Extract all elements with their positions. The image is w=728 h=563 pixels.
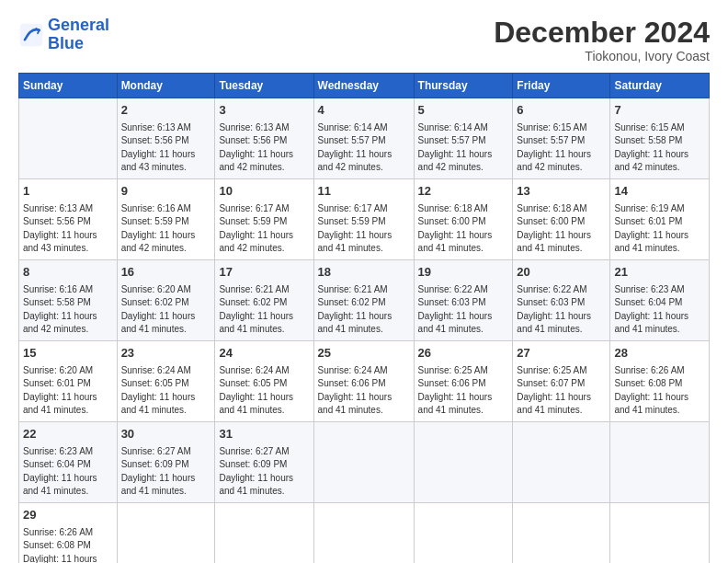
calendar-cell: 17 Sunrise: 6:21 AMSunset: 6:02 PMDaylig… xyxy=(215,260,313,341)
day-number: 6 xyxy=(517,102,606,119)
calendar-cell xyxy=(513,422,610,503)
calendar-week-row: 1 Sunrise: 6:13 AMSunset: 5:56 PMDayligh… xyxy=(19,179,710,260)
page: General Blue December 2024 Tiokonou, Ivo… xyxy=(0,0,728,563)
day-number: 11 xyxy=(318,183,410,200)
day-number: 14 xyxy=(614,183,705,200)
day-number: 12 xyxy=(418,183,509,200)
calendar-cell xyxy=(313,422,414,503)
day-number: 1 xyxy=(23,183,113,200)
day-info: Sunrise: 6:17 AMSunset: 5:59 PMDaylight:… xyxy=(219,203,293,254)
calendar-week-row: 2 Sunrise: 6:13 AMSunset: 5:56 PMDayligh… xyxy=(19,98,710,179)
day-info: Sunrise: 6:19 AMSunset: 6:01 PMDaylight:… xyxy=(614,203,688,254)
day-number: 9 xyxy=(121,183,211,200)
calendar-cell xyxy=(215,503,313,563)
day-number: 15 xyxy=(23,345,113,362)
calendar-cell: 3 Sunrise: 6:13 AMSunset: 5:56 PMDayligh… xyxy=(215,98,313,179)
day-info: Sunrise: 6:15 AMSunset: 5:57 PMDaylight:… xyxy=(517,122,591,173)
calendar-cell: 13 Sunrise: 6:18 AMSunset: 6:00 PMDaylig… xyxy=(513,179,610,260)
day-info: Sunrise: 6:27 AMSunset: 6:09 PMDaylight:… xyxy=(219,446,293,497)
calendar-cell xyxy=(414,422,513,503)
calendar-cell: 1 Sunrise: 6:13 AMSunset: 5:56 PMDayligh… xyxy=(19,179,118,260)
calendar-cell: 10 Sunrise: 6:17 AMSunset: 5:59 PMDaylig… xyxy=(215,179,313,260)
day-info: Sunrise: 6:26 AMSunset: 6:08 PMDaylight:… xyxy=(614,365,688,416)
calendar-cell xyxy=(414,503,513,563)
calendar-cell: 4 Sunrise: 6:14 AMSunset: 5:57 PMDayligh… xyxy=(313,98,414,179)
day-number: 29 xyxy=(23,507,113,523)
day-info: Sunrise: 6:24 AMSunset: 6:05 PMDaylight:… xyxy=(121,365,196,416)
day-number: 8 xyxy=(23,264,113,281)
calendar-cell xyxy=(610,422,710,503)
calendar-cell xyxy=(117,503,215,563)
header-thursday: Thursday xyxy=(414,74,513,98)
day-info: Sunrise: 6:14 AMSunset: 5:57 PMDaylight:… xyxy=(418,122,493,173)
day-number: 3 xyxy=(219,102,309,119)
calendar-cell: 27 Sunrise: 6:25 AMSunset: 6:07 PMDaylig… xyxy=(513,341,610,422)
day-number: 2 xyxy=(121,102,211,119)
calendar-cell xyxy=(19,98,118,179)
calendar-cell: 16 Sunrise: 6:20 AMSunset: 6:02 PMDaylig… xyxy=(117,260,215,341)
header: General Blue December 2024 Tiokonou, Ivo… xyxy=(18,17,710,63)
calendar-cell: 22 Sunrise: 6:23 AMSunset: 6:04 PMDaylig… xyxy=(19,422,118,503)
day-info: Sunrise: 6:24 AMSunset: 6:06 PMDaylight:… xyxy=(318,365,392,416)
day-number: 25 xyxy=(318,345,410,362)
calendar-cell xyxy=(610,503,710,563)
day-number: 24 xyxy=(219,345,309,362)
day-number: 19 xyxy=(418,264,509,281)
day-info: Sunrise: 6:24 AMSunset: 6:05 PMDaylight:… xyxy=(219,365,293,416)
day-info: Sunrise: 6:25 AMSunset: 6:07 PMDaylight:… xyxy=(517,365,591,416)
header-saturday: Saturday xyxy=(610,74,710,98)
day-info: Sunrise: 6:22 AMSunset: 6:03 PMDaylight:… xyxy=(517,284,591,335)
svg-rect-0 xyxy=(20,24,43,47)
day-number: 31 xyxy=(219,426,309,442)
calendar-cell: 23 Sunrise: 6:24 AMSunset: 6:05 PMDaylig… xyxy=(117,341,215,422)
calendar-cell: 15 Sunrise: 6:20 AMSunset: 6:01 PMDaylig… xyxy=(19,341,118,422)
header-wednesday: Wednesday xyxy=(313,74,414,98)
day-number: 5 xyxy=(418,102,509,119)
subtitle: Tiokonou, Ivory Coast xyxy=(494,49,710,63)
day-number: 30 xyxy=(121,426,211,442)
day-info: Sunrise: 6:13 AMSunset: 5:56 PMDaylight:… xyxy=(23,203,97,254)
day-number: 13 xyxy=(517,183,606,200)
logo-general: General xyxy=(48,16,109,34)
day-info: Sunrise: 6:18 AMSunset: 6:00 PMDaylight:… xyxy=(517,203,591,254)
day-info: Sunrise: 6:20 AMSunset: 6:02 PMDaylight:… xyxy=(121,284,196,335)
day-number: 28 xyxy=(614,345,705,362)
header-friday: Friday xyxy=(513,74,610,98)
calendar-cell: 11 Sunrise: 6:17 AMSunset: 5:59 PMDaylig… xyxy=(313,179,414,260)
calendar-week-row: 15 Sunrise: 6:20 AMSunset: 6:01 PMDaylig… xyxy=(19,341,710,422)
calendar-cell: 12 Sunrise: 6:18 AMSunset: 6:00 PMDaylig… xyxy=(414,179,513,260)
calendar-cell: 21 Sunrise: 6:23 AMSunset: 6:04 PMDaylig… xyxy=(610,260,710,341)
day-info: Sunrise: 6:16 AMSunset: 5:58 PMDaylight:… xyxy=(23,284,97,335)
day-info: Sunrise: 6:21 AMSunset: 6:02 PMDaylight:… xyxy=(219,284,293,335)
calendar-cell: 28 Sunrise: 6:26 AMSunset: 6:08 PMDaylig… xyxy=(610,341,710,422)
logo-text: General Blue xyxy=(48,17,109,53)
day-number: 21 xyxy=(614,264,705,281)
calendar-cell: 31 Sunrise: 6:27 AMSunset: 6:09 PMDaylig… xyxy=(215,422,313,503)
calendar-cell: 14 Sunrise: 6:19 AMSunset: 6:01 PMDaylig… xyxy=(610,179,710,260)
day-info: Sunrise: 6:16 AMSunset: 5:59 PMDaylight:… xyxy=(121,203,196,254)
day-number: 17 xyxy=(219,264,309,281)
calendar-cell: 25 Sunrise: 6:24 AMSunset: 6:06 PMDaylig… xyxy=(313,341,414,422)
day-number: 23 xyxy=(121,345,211,362)
logo-blue: Blue xyxy=(48,34,84,52)
calendar-cell: 29 Sunrise: 6:26 AMSunset: 6:08 PMDaylig… xyxy=(19,503,118,563)
day-info: Sunrise: 6:13 AMSunset: 5:56 PMDaylight:… xyxy=(219,122,293,173)
calendar-cell xyxy=(513,503,610,563)
logo: General Blue xyxy=(18,17,109,53)
day-number: 10 xyxy=(219,183,309,200)
calendar-cell xyxy=(313,503,414,563)
calendar-cell: 6 Sunrise: 6:15 AMSunset: 5:57 PMDayligh… xyxy=(513,98,610,179)
day-number: 22 xyxy=(23,426,113,442)
day-info: Sunrise: 6:17 AMSunset: 5:59 PMDaylight:… xyxy=(318,203,392,254)
day-info: Sunrise: 6:14 AMSunset: 5:57 PMDaylight:… xyxy=(318,122,392,173)
day-number: 20 xyxy=(517,264,606,281)
header-tuesday: Tuesday xyxy=(215,74,313,98)
title-area: December 2024 Tiokonou, Ivory Coast xyxy=(494,17,710,63)
header-monday: Monday xyxy=(117,74,215,98)
calendar-week-row: 29 Sunrise: 6:26 AMSunset: 6:08 PMDaylig… xyxy=(19,503,710,563)
day-info: Sunrise: 6:15 AMSunset: 5:58 PMDaylight:… xyxy=(614,122,688,173)
calendar-cell: 19 Sunrise: 6:22 AMSunset: 6:03 PMDaylig… xyxy=(414,260,513,341)
calendar-cell: 24 Sunrise: 6:24 AMSunset: 6:05 PMDaylig… xyxy=(215,341,313,422)
day-info: Sunrise: 6:18 AMSunset: 6:00 PMDaylight:… xyxy=(418,203,493,254)
day-info: Sunrise: 6:23 AMSunset: 6:04 PMDaylight:… xyxy=(23,446,97,497)
